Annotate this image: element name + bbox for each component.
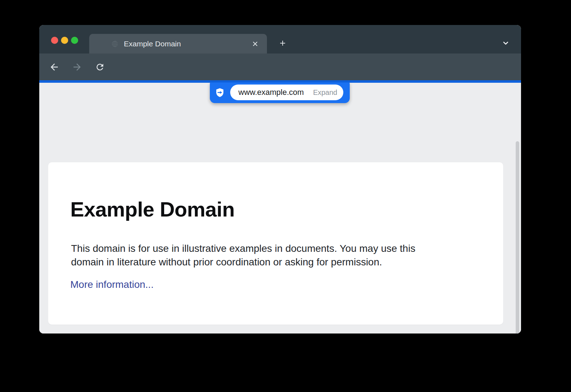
scrollbar-thumb[interactable] xyxy=(516,141,519,334)
more-information-link[interactable]: More information... xyxy=(70,279,153,290)
tab-title: Example Domain xyxy=(124,40,250,48)
globe-favicon-icon xyxy=(111,40,118,48)
tab-close-icon[interactable] xyxy=(250,39,261,49)
tab-example-domain[interactable]: Example Domain xyxy=(89,34,267,54)
isolation-shield-icon xyxy=(214,87,225,98)
example-domain-card: Example Domain This domain is for use in… xyxy=(48,162,503,325)
browser-window: Example Domain xyxy=(39,25,521,334)
page-title: Example Domain xyxy=(70,199,234,220)
tab-strip: Example Domain xyxy=(39,25,521,54)
back-button[interactable] xyxy=(49,61,60,73)
window-close-button[interactable] xyxy=(51,37,58,44)
page-body-text: This domain is for use in illustrative e… xyxy=(71,242,415,269)
screen: Example Domain xyxy=(0,0,571,392)
isolation-toolbar: www.example.com Expand xyxy=(210,82,350,103)
reload-button[interactable] xyxy=(94,61,106,73)
new-tab-button[interactable] xyxy=(278,38,288,48)
window-zoom-button[interactable] xyxy=(71,37,78,44)
toolbar: browser-beta.cloudflareaccess.com/... C xyxy=(39,54,521,80)
body-line-1: This domain is for use in illustrative e… xyxy=(71,242,415,255)
isolated-site-pill[interactable]: www.example.com Expand xyxy=(230,85,343,100)
forward-button[interactable] xyxy=(71,61,83,73)
expand-button[interactable]: Expand xyxy=(313,88,337,97)
page-viewport: www.example.com Expand Example Domain Th… xyxy=(39,83,521,334)
body-line-2: domain in literature without prior coord… xyxy=(71,255,415,269)
window-minimize-button[interactable] xyxy=(61,37,68,44)
tab-search-chevron-icon[interactable] xyxy=(501,39,511,48)
isolated-host: www.example.com xyxy=(238,88,313,97)
